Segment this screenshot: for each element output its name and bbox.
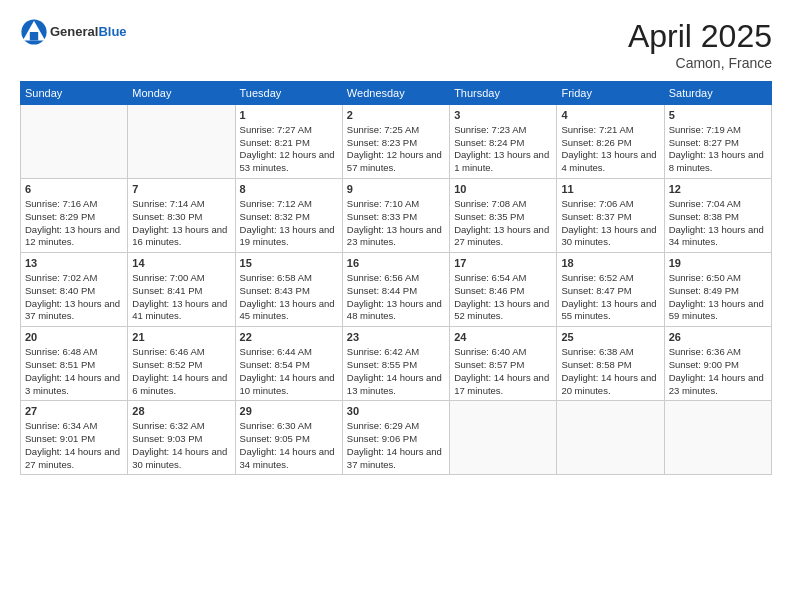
day-info: Sunrise: 6:52 AM Sunset: 8:47 PM Dayligh… [561, 272, 656, 321]
logo-icon [20, 18, 48, 46]
calendar-week-row: 6Sunrise: 7:16 AM Sunset: 8:29 PM Daylig… [21, 179, 772, 253]
day-number: 6 [25, 182, 123, 197]
day-number: 10 [454, 182, 552, 197]
day-info: Sunrise: 7:16 AM Sunset: 8:29 PM Dayligh… [25, 198, 120, 247]
calendar-cell: 19Sunrise: 6:50 AM Sunset: 8:49 PM Dayli… [664, 253, 771, 327]
day-number: 16 [347, 256, 445, 271]
day-info: Sunrise: 7:08 AM Sunset: 8:35 PM Dayligh… [454, 198, 549, 247]
day-number: 11 [561, 182, 659, 197]
calendar-week-row: 1Sunrise: 7:27 AM Sunset: 8:21 PM Daylig… [21, 105, 772, 179]
day-number: 23 [347, 330, 445, 345]
calendar-cell: 27Sunrise: 6:34 AM Sunset: 9:01 PM Dayli… [21, 401, 128, 475]
day-info: Sunrise: 7:10 AM Sunset: 8:33 PM Dayligh… [347, 198, 442, 247]
day-info: Sunrise: 7:25 AM Sunset: 8:23 PM Dayligh… [347, 124, 442, 173]
weekday-header: Friday [557, 82, 664, 105]
day-info: Sunrise: 6:48 AM Sunset: 8:51 PM Dayligh… [25, 346, 120, 395]
day-number: 5 [669, 108, 767, 123]
svg-rect-2 [30, 32, 38, 40]
day-info: Sunrise: 6:29 AM Sunset: 9:06 PM Dayligh… [347, 420, 442, 469]
calendar-cell: 2Sunrise: 7:25 AM Sunset: 8:23 PM Daylig… [342, 105, 449, 179]
day-number: 3 [454, 108, 552, 123]
logo-blue: Blue [98, 24, 126, 39]
day-number: 26 [669, 330, 767, 345]
calendar-table: SundayMondayTuesdayWednesdayThursdayFrid… [20, 81, 772, 475]
weekday-header: Sunday [21, 82, 128, 105]
logo-general: General [50, 24, 98, 39]
calendar-cell: 16Sunrise: 6:56 AM Sunset: 8:44 PM Dayli… [342, 253, 449, 327]
day-info: Sunrise: 7:04 AM Sunset: 8:38 PM Dayligh… [669, 198, 764, 247]
day-number: 9 [347, 182, 445, 197]
day-number: 12 [669, 182, 767, 197]
day-number: 20 [25, 330, 123, 345]
day-number: 13 [25, 256, 123, 271]
day-number: 15 [240, 256, 338, 271]
day-info: Sunrise: 7:21 AM Sunset: 8:26 PM Dayligh… [561, 124, 656, 173]
calendar-cell: 12Sunrise: 7:04 AM Sunset: 8:38 PM Dayli… [664, 179, 771, 253]
day-number: 24 [454, 330, 552, 345]
calendar-week-row: 20Sunrise: 6:48 AM Sunset: 8:51 PM Dayli… [21, 327, 772, 401]
weekday-header: Thursday [450, 82, 557, 105]
calendar-cell: 26Sunrise: 6:36 AM Sunset: 9:00 PM Dayli… [664, 327, 771, 401]
calendar-cell: 3Sunrise: 7:23 AM Sunset: 8:24 PM Daylig… [450, 105, 557, 179]
calendar-cell [128, 105, 235, 179]
day-info: Sunrise: 7:02 AM Sunset: 8:40 PM Dayligh… [25, 272, 120, 321]
calendar-cell: 8Sunrise: 7:12 AM Sunset: 8:32 PM Daylig… [235, 179, 342, 253]
day-info: Sunrise: 6:44 AM Sunset: 8:54 PM Dayligh… [240, 346, 335, 395]
calendar-cell: 14Sunrise: 7:00 AM Sunset: 8:41 PM Dayli… [128, 253, 235, 327]
calendar-week-row: 27Sunrise: 6:34 AM Sunset: 9:01 PM Dayli… [21, 401, 772, 475]
day-info: Sunrise: 6:34 AM Sunset: 9:01 PM Dayligh… [25, 420, 120, 469]
calendar-cell: 23Sunrise: 6:42 AM Sunset: 8:55 PM Dayli… [342, 327, 449, 401]
calendar-cell: 5Sunrise: 7:19 AM Sunset: 8:27 PM Daylig… [664, 105, 771, 179]
day-number: 4 [561, 108, 659, 123]
day-info: Sunrise: 7:19 AM Sunset: 8:27 PM Dayligh… [669, 124, 764, 173]
calendar-cell: 1Sunrise: 7:27 AM Sunset: 8:21 PM Daylig… [235, 105, 342, 179]
calendar-cell: 17Sunrise: 6:54 AM Sunset: 8:46 PM Dayli… [450, 253, 557, 327]
calendar-cell: 18Sunrise: 6:52 AM Sunset: 8:47 PM Dayli… [557, 253, 664, 327]
calendar-cell: 28Sunrise: 6:32 AM Sunset: 9:03 PM Dayli… [128, 401, 235, 475]
calendar-cell: 15Sunrise: 6:58 AM Sunset: 8:43 PM Dayli… [235, 253, 342, 327]
day-number: 2 [347, 108, 445, 123]
weekday-header: Saturday [664, 82, 771, 105]
day-number: 28 [132, 404, 230, 419]
day-number: 25 [561, 330, 659, 345]
day-info: Sunrise: 6:40 AM Sunset: 8:57 PM Dayligh… [454, 346, 549, 395]
calendar-cell [450, 401, 557, 475]
day-number: 27 [25, 404, 123, 419]
day-info: Sunrise: 6:38 AM Sunset: 8:58 PM Dayligh… [561, 346, 656, 395]
day-info: Sunrise: 6:46 AM Sunset: 8:52 PM Dayligh… [132, 346, 227, 395]
day-info: Sunrise: 7:12 AM Sunset: 8:32 PM Dayligh… [240, 198, 335, 247]
day-info: Sunrise: 6:42 AM Sunset: 8:55 PM Dayligh… [347, 346, 442, 395]
weekday-header: Wednesday [342, 82, 449, 105]
day-info: Sunrise: 6:50 AM Sunset: 8:49 PM Dayligh… [669, 272, 764, 321]
calendar-cell [664, 401, 771, 475]
calendar-cell: 7Sunrise: 7:14 AM Sunset: 8:30 PM Daylig… [128, 179, 235, 253]
day-number: 19 [669, 256, 767, 271]
day-info: Sunrise: 6:36 AM Sunset: 9:00 PM Dayligh… [669, 346, 764, 395]
calendar-cell: 25Sunrise: 6:38 AM Sunset: 8:58 PM Dayli… [557, 327, 664, 401]
day-info: Sunrise: 7:27 AM Sunset: 8:21 PM Dayligh… [240, 124, 335, 173]
calendar-cell: 6Sunrise: 7:16 AM Sunset: 8:29 PM Daylig… [21, 179, 128, 253]
day-info: Sunrise: 7:06 AM Sunset: 8:37 PM Dayligh… [561, 198, 656, 247]
calendar-cell: 29Sunrise: 6:30 AM Sunset: 9:05 PM Dayli… [235, 401, 342, 475]
weekday-header: Monday [128, 82, 235, 105]
title-block: April 2025 Camon, France [628, 18, 772, 71]
day-info: Sunrise: 6:58 AM Sunset: 8:43 PM Dayligh… [240, 272, 335, 321]
day-number: 14 [132, 256, 230, 271]
logo: GeneralBlue [20, 18, 127, 46]
day-number: 30 [347, 404, 445, 419]
calendar-cell: 10Sunrise: 7:08 AM Sunset: 8:35 PM Dayli… [450, 179, 557, 253]
day-number: 1 [240, 108, 338, 123]
calendar-cell: 11Sunrise: 7:06 AM Sunset: 8:37 PM Dayli… [557, 179, 664, 253]
calendar-cell: 4Sunrise: 7:21 AM Sunset: 8:26 PM Daylig… [557, 105, 664, 179]
month-title: April 2025 [628, 18, 772, 55]
day-number: 18 [561, 256, 659, 271]
day-info: Sunrise: 6:32 AM Sunset: 9:03 PM Dayligh… [132, 420, 227, 469]
day-info: Sunrise: 7:23 AM Sunset: 8:24 PM Dayligh… [454, 124, 549, 173]
day-number: 21 [132, 330, 230, 345]
calendar-cell: 20Sunrise: 6:48 AM Sunset: 8:51 PM Dayli… [21, 327, 128, 401]
calendar-cell [21, 105, 128, 179]
page: GeneralBlue April 2025 Camon, France Sun… [0, 0, 792, 612]
day-info: Sunrise: 7:00 AM Sunset: 8:41 PM Dayligh… [132, 272, 227, 321]
calendar-cell: 9Sunrise: 7:10 AM Sunset: 8:33 PM Daylig… [342, 179, 449, 253]
day-info: Sunrise: 6:30 AM Sunset: 9:05 PM Dayligh… [240, 420, 335, 469]
